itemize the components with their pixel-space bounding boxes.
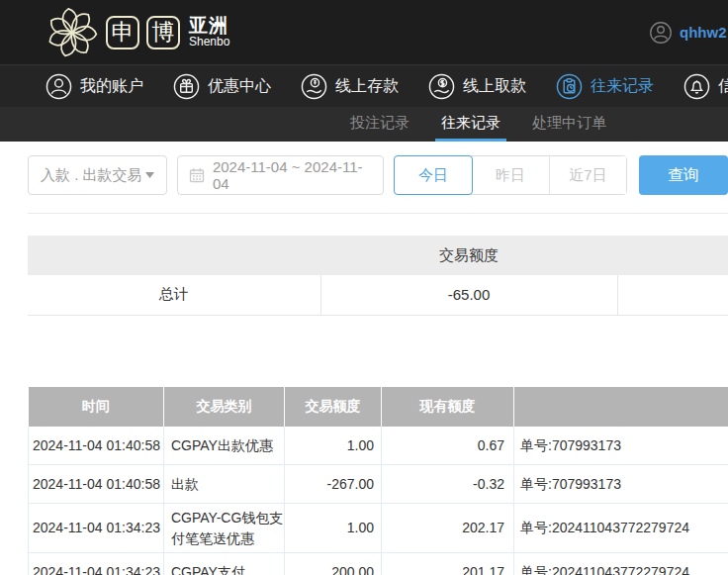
cell-amount: 1.00 (285, 427, 382, 465)
cell-time: 2024-11-04 01:40:58 (29, 465, 164, 504)
table-row: 2024-11-04 01:40:58 CGPAY出款优惠 1.00 0.67 … (29, 427, 728, 465)
col-header-memo: 摘要 (514, 387, 728, 427)
record-tabs: 投注记录 往来记录 处理中订单 (0, 107, 728, 142)
quick-date-group: 今日 昨日 近7日 (394, 155, 627, 195)
date-range-input[interactable]: 2024-11-04 ~ 2024-11-04 (177, 155, 384, 195)
user-avatar-icon (649, 21, 673, 45)
caret-down-icon (145, 172, 154, 178)
cell-balance: 202.17 (382, 504, 514, 553)
summary-header-row: 交易额度 (28, 236, 728, 275)
account-person-icon (46, 73, 72, 100)
logo-char-box: 申 (106, 16, 139, 49)
nav-item-my-account[interactable]: 我的账户 (46, 73, 143, 100)
cell-amount: 200.00 (285, 553, 382, 575)
filter-controls: 入款 . 出款交易 2024-11-04 ~ 2024-11-04 今日 昨日 … (28, 155, 728, 195)
message-bell-icon (683, 73, 710, 100)
quick-yesterday-button[interactable]: 昨日 (472, 156, 549, 194)
user-menu[interactable]: qhhw2 (649, 0, 727, 64)
calendar-icon (189, 167, 205, 183)
col-header-time: 时间 (29, 387, 164, 427)
date-range-value: 2024-11-04 ~ 2024-11-04 (213, 158, 372, 192)
transaction-type-value: 入款 . 出款交易 (41, 166, 142, 185)
tab-pending-orders[interactable]: 处理中订单 (526, 107, 612, 142)
cell-type: 出款 (164, 465, 285, 504)
cell-memo: 单号:707993173 (514, 465, 728, 504)
cell-time: 2024-11-04 01:34:23 (29, 553, 164, 575)
tab-betting-records[interactable]: 投注记录 (344, 107, 415, 142)
nav-label: 我的账户 (80, 76, 143, 97)
col-header-type: 交易类别 (164, 387, 285, 427)
cell-time: 2024-11-04 01:34:23 (29, 504, 164, 553)
summary-header-amount: 交易额度 (320, 236, 617, 275)
cell-memo: 单号:707993173 (514, 427, 728, 465)
nav-label: 信息 (718, 76, 728, 97)
top-bar: 申 博 亚洲 Shenbo qhhw2 (0, 0, 728, 64)
logo-region-en: Shenbo (189, 36, 229, 48)
table-row: 2024-11-04 01:40:58 出款 -267.00 -0.32 单号:… (29, 465, 728, 504)
table-row: 2024-11-04 01:34:23 CGPAY-CG钱包支付笔笔送优惠 1.… (29, 504, 728, 553)
logo-char-box: 博 (146, 16, 180, 49)
records-header-row: 时间 交易类别 交易额度 现有额度 摘要 (29, 387, 728, 427)
nav-item-promotions[interactable]: 优惠中心 (173, 73, 271, 100)
logo-region: 亚洲 Shenbo (189, 16, 229, 48)
nav-item-withdraw[interactable]: 线上取款 (428, 73, 526, 100)
nav-label: 线上存款 (335, 76, 399, 97)
cell-balance: 201.17 (382, 553, 514, 575)
promo-gift-icon (173, 73, 200, 100)
summary-header-empty (28, 236, 320, 275)
cell-time: 2024-11-04 01:40:58 (29, 427, 164, 465)
cell-type: CGPAY出款优惠 (164, 427, 285, 465)
withdraw-icon (428, 73, 455, 100)
cell-memo: 单号:202411043772279724 (514, 504, 728, 553)
col-header-balance: 现有额度 (382, 387, 514, 427)
col-header-amount: 交易额度 (285, 387, 382, 427)
summary-table: 交易额度 总计 -65.00 (28, 236, 728, 316)
transaction-records-icon (556, 73, 583, 100)
cell-balance: -0.32 (382, 465, 514, 504)
quick-last7days-button[interactable]: 近7日 (549, 156, 626, 194)
lotus-flower-icon (46, 6, 99, 59)
brand-logo: 申 博 亚洲 Shenbo (46, 6, 229, 59)
records-table: 时间 交易类别 交易额度 现有额度 摘要 2024-11-04 01:40:58… (28, 387, 728, 575)
summary-header-empty (617, 236, 728, 275)
nav-item-transaction-records[interactable]: 往来记录 (556, 73, 654, 100)
search-button[interactable]: 查询 (639, 155, 728, 195)
deposit-icon (301, 73, 327, 100)
username: qhhw2 (680, 24, 727, 41)
summary-empty-cell (617, 275, 728, 315)
summary-total-label: 总计 (28, 275, 320, 315)
cell-memo: 单号:202411043772279724 (514, 553, 728, 575)
nav-item-deposit[interactable]: 线上存款 (301, 73, 399, 100)
transaction-type-select[interactable]: 入款 . 出款交易 (28, 155, 167, 195)
nav-label: 优惠中心 (208, 76, 271, 97)
nav-item-messages[interactable]: 信息 (683, 73, 728, 100)
quick-today-button[interactable]: 今日 (394, 155, 473, 195)
nav-label: 往来记录 (591, 76, 654, 97)
section-divider (28, 213, 728, 214)
table-row: 2024-11-04 01:34:23 CGPAY支付 200.00 201.1… (29, 553, 728, 575)
cell-amount: 1.00 (285, 504, 382, 553)
main-nav: 我的账户 优惠中心 线上存款 (0, 64, 728, 107)
cell-amount: -267.00 (285, 465, 382, 504)
cell-type: CGPAY支付 (164, 553, 285, 575)
summary-total-row: 总计 -65.00 (28, 275, 728, 315)
cell-type: CGPAY-CG钱包支付笔笔送优惠 (164, 504, 285, 553)
nav-label: 线上取款 (463, 76, 526, 97)
summary-total-value: -65.00 (320, 275, 617, 315)
logo-region-zh: 亚洲 (189, 16, 229, 36)
tab-transaction-records[interactable]: 往来记录 (435, 107, 506, 142)
cell-balance: 0.67 (382, 427, 514, 465)
